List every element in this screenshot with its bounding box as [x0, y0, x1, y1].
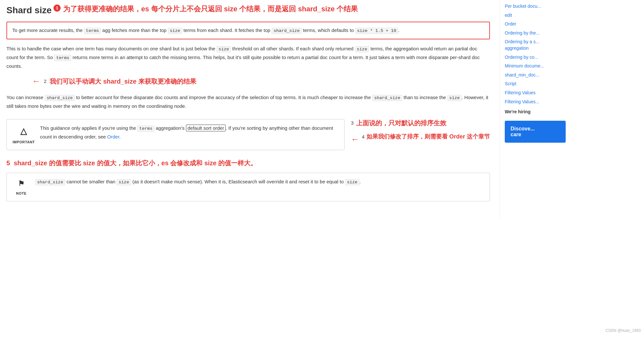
badge-1: 1 [54, 5, 61, 12]
annotation-1-text: 为了获得更准确的结果，es 每个分片上不会只返回 size 个结果，而是返回 s… [63, 3, 358, 15]
size-code-note-2: size [345, 179, 359, 185]
highlight-text-end1: terms from each shard. It fetches the to… [182, 27, 272, 33]
badge-4: 4 [362, 133, 365, 141]
sidebar: Per bucket docu... edit Order Ordering b… [500, 0, 571, 219]
highlight-text-middle: agg fetches more than the top [101, 27, 168, 33]
section-title: Shard size 1 为了获得更准确的结果，es 每个分片上不会只返回 si… [6, 3, 490, 18]
highlight-period: . [398, 27, 399, 33]
important-content: This guidance only applies if you're usi… [40, 124, 338, 141]
body-paragraph-1: This is to handle the case when one term… [6, 45, 490, 70]
note-icon-wrap: ⚑ NOTE [13, 178, 30, 197]
size-code-note: size [117, 179, 131, 185]
main-content: Shard size 1 为了获得更准确的结果，es 每个分片上不会只返回 si… [0, 0, 500, 219]
order-link[interactable]: Order [107, 134, 120, 139]
sidebar-link-order[interactable]: Order [505, 21, 566, 27]
terms-code-2: terms [54, 55, 71, 61]
important-icon-wrap: △ IMPORTANT [13, 124, 35, 145]
sidebar-link-per-bucket[interactable]: Per bucket docu... [505, 3, 566, 10]
body-paragraph-2: You can increase shard_size to better ac… [6, 93, 490, 110]
formula-code: size * 1.5 + 10 [355, 28, 398, 34]
sidebar-link-filtering-values-1[interactable]: Filtering Values [505, 90, 566, 96]
sidebar-link-ordering-by-s[interactable]: Ordering by a s...aggregation [505, 39, 566, 51]
sidebar-link-minimum-docume[interactable]: Minimum docume... [505, 63, 566, 69]
shard-size-code-2: shard_size [45, 95, 75, 101]
size-code-2: size [217, 46, 231, 52]
shard-size-code-1: shard_size [272, 28, 302, 34]
badge-3: 3 [351, 119, 354, 127]
arrow-icon-4: ← [351, 133, 359, 146]
sidebar-link-script[interactable]: Script [505, 81, 566, 87]
badge-2: 2 [44, 77, 46, 85]
size-code-1: size [168, 28, 182, 34]
size-code-4: size [447, 95, 462, 101]
sidebar-link-filtering-values-2[interactable]: Filtering Values... [505, 99, 566, 105]
discover-button[interactable]: Discove...care [505, 121, 566, 143]
highlight-text-before-terms: To get more accurate results, the [12, 27, 84, 33]
sidebar-link-ordering-by-co[interactable]: Ordering by co... [505, 54, 566, 61]
shard-size-code-note: shard_size [35, 179, 65, 185]
sidebar-link-ordering-by-the[interactable]: Ordering by the... [505, 30, 566, 36]
note-content: shard_size cannot be smaller than size (… [35, 178, 484, 186]
highlight-text-end2: terms, which defaults to [302, 27, 355, 33]
shard-size-code-3: shard_size [372, 95, 402, 101]
terms-code-1: terms [84, 28, 101, 34]
note-box: ⚑ NOTE shard_size cannot be smaller than… [6, 173, 490, 201]
sidebar-link-shard-min-doc[interactable]: shard_min_doc... [505, 72, 566, 78]
note-label: NOTE [16, 190, 27, 197]
sidebar-hiring-label: We're hiring [505, 108, 566, 115]
annotation-2-text: 我们可以手动调大 shard_size 来获取更准确的结果 [50, 76, 196, 87]
annotation-5-text: shard_size 的值需要比 size 的值大，如果比它小，es 会修改成和… [14, 159, 257, 167]
terms-code-3: terms [137, 126, 154, 132]
flag-icon: ⚑ [18, 178, 25, 189]
section-title-text: Shard size [6, 3, 52, 18]
highlight-box: To get more accurate results, the terms … [6, 22, 490, 39]
size-code-3: size [355, 46, 369, 52]
arrow-icon-2: ← [32, 75, 41, 88]
annotation-4-text: 如果我们修改了排序，则需要看 Order 这个章节 [366, 133, 490, 141]
important-box: △ IMPORTANT This guidance only applies i… [6, 119, 345, 150]
sidebar-link-edit[interactable]: edit [505, 12, 566, 19]
annotation-3-text: 上面说的，只对默认的排序生效 [356, 118, 446, 128]
annotation-2-block: ← 2 我们可以手动调大 shard_size 来获取更准确的结果 [32, 75, 490, 88]
default-sort-order: default sort order [186, 125, 226, 131]
badge-5: 5 [6, 159, 10, 167]
annotation-5-label: 5 shard_size 的值需要比 size 的值大，如果比它小，es 会修改… [6, 158, 490, 168]
warning-icon: △ [20, 124, 27, 138]
important-label: IMPORTANT [13, 139, 35, 145]
